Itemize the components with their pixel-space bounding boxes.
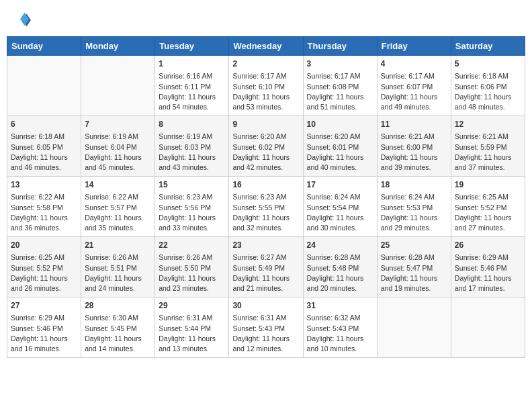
- day-info: Sunrise: 6:18 AM Sunset: 6:06 PM Dayligh…: [455, 71, 521, 112]
- calendar-cell: 28Sunrise: 6:30 AM Sunset: 5:45 PM Dayli…: [81, 298, 155, 358]
- day-info: Sunrise: 6:17 AM Sunset: 6:07 PM Dayligh…: [381, 71, 447, 112]
- day-number: 17: [307, 179, 373, 191]
- day-info: Sunrise: 6:29 AM Sunset: 5:46 PM Dayligh…: [11, 313, 77, 354]
- day-info: Sunrise: 6:28 AM Sunset: 5:47 PM Dayligh…: [381, 253, 447, 293]
- calendar-cell: 20Sunrise: 6:25 AM Sunset: 5:52 PM Dayli…: [7, 237, 81, 298]
- day-info: Sunrise: 6:28 AM Sunset: 5:48 PM Dayligh…: [307, 253, 373, 293]
- logo: [9, 9, 34, 31]
- day-number: 26: [455, 240, 521, 251]
- day-number: 7: [85, 119, 151, 130]
- calendar-cell: 5Sunrise: 6:18 AM Sunset: 6:06 PM Daylig…: [451, 56, 525, 116]
- week-row-4: 20Sunrise: 6:25 AM Sunset: 5:52 PM Dayli…: [7, 237, 525, 298]
- calendar-cell: [377, 298, 451, 358]
- day-number: 6: [11, 119, 77, 130]
- day-number: 27: [11, 300, 77, 312]
- day-info: Sunrise: 6:25 AM Sunset: 5:52 PM Dayligh…: [11, 253, 77, 293]
- calendar-cell: 21Sunrise: 6:26 AM Sunset: 5:51 PM Dayli…: [81, 237, 155, 298]
- day-info: Sunrise: 6:29 AM Sunset: 5:46 PM Dayligh…: [455, 253, 521, 293]
- day-number: 20: [11, 240, 77, 251]
- day-number: 28: [85, 300, 151, 312]
- day-info: Sunrise: 6:30 AM Sunset: 5:45 PM Dayligh…: [85, 313, 151, 354]
- day-number: 13: [11, 179, 77, 191]
- calendar-cell: 31Sunrise: 6:32 AM Sunset: 5:43 PM Dayli…: [303, 298, 377, 358]
- calendar-cell: 13Sunrise: 6:22 AM Sunset: 5:58 PM Dayli…: [7, 177, 81, 237]
- calendar-cell: 27Sunrise: 6:29 AM Sunset: 5:46 PM Dayli…: [7, 298, 81, 358]
- week-row-5: 27Sunrise: 6:29 AM Sunset: 5:46 PM Dayli…: [7, 298, 525, 358]
- day-info: Sunrise: 6:16 AM Sunset: 6:11 PM Dayligh…: [159, 71, 225, 112]
- day-number: 16: [232, 179, 299, 191]
- day-header-tuesday: Tuesday: [155, 37, 229, 56]
- calendar-cell: 12Sunrise: 6:21 AM Sunset: 5:59 PM Dayli…: [451, 116, 525, 177]
- week-row-2: 6Sunrise: 6:18 AM Sunset: 6:05 PM Daylig…: [7, 116, 525, 177]
- calendar-cell: 25Sunrise: 6:28 AM Sunset: 5:47 PM Dayli…: [377, 237, 451, 298]
- calendar-cell: 23Sunrise: 6:27 AM Sunset: 5:49 PM Dayli…: [229, 237, 303, 298]
- day-info: Sunrise: 6:21 AM Sunset: 5:59 PM Dayligh…: [455, 132, 521, 173]
- day-number: 12: [455, 119, 521, 130]
- day-number: 3: [307, 58, 373, 70]
- day-header-friday: Friday: [377, 37, 451, 56]
- day-number: 31: [307, 300, 373, 312]
- day-info: Sunrise: 6:22 AM Sunset: 5:57 PM Dayligh…: [85, 192, 151, 233]
- day-info: Sunrise: 6:27 AM Sunset: 5:49 PM Dayligh…: [232, 253, 299, 293]
- calendar-cell: 9Sunrise: 6:20 AM Sunset: 6:02 PM Daylig…: [229, 116, 303, 177]
- calendar-cell: 16Sunrise: 6:23 AM Sunset: 5:55 PM Dayli…: [229, 177, 303, 237]
- calendar-cell: 11Sunrise: 6:21 AM Sunset: 6:00 PM Dayli…: [377, 116, 451, 177]
- day-info: Sunrise: 6:31 AM Sunset: 5:43 PM Dayligh…: [232, 313, 299, 354]
- calendar-cell: 14Sunrise: 6:22 AM Sunset: 5:57 PM Dayli…: [81, 177, 155, 237]
- calendar-cell: 3Sunrise: 6:17 AM Sunset: 6:08 PM Daylig…: [303, 56, 377, 116]
- day-info: Sunrise: 6:26 AM Sunset: 5:51 PM Dayligh…: [85, 253, 151, 293]
- day-number: 19: [455, 179, 521, 191]
- calendar-cell: 29Sunrise: 6:31 AM Sunset: 5:44 PM Dayli…: [155, 298, 229, 358]
- day-header-saturday: Saturday: [451, 37, 525, 56]
- calendar-cell: [81, 56, 155, 116]
- day-info: Sunrise: 6:23 AM Sunset: 5:55 PM Dayligh…: [232, 192, 299, 233]
- week-row-1: 1Sunrise: 6:16 AM Sunset: 6:11 PM Daylig…: [7, 56, 525, 116]
- day-number: 14: [85, 179, 151, 191]
- day-number: 30: [232, 300, 299, 312]
- day-info: Sunrise: 6:17 AM Sunset: 6:08 PM Dayligh…: [307, 71, 373, 112]
- day-info: Sunrise: 6:23 AM Sunset: 5:56 PM Dayligh…: [159, 192, 225, 233]
- day-number: 15: [159, 179, 225, 191]
- day-number: 5: [455, 58, 521, 70]
- day-info: Sunrise: 6:24 AM Sunset: 5:53 PM Dayligh…: [381, 192, 447, 233]
- day-info: Sunrise: 6:20 AM Sunset: 6:02 PM Dayligh…: [232, 132, 299, 173]
- calendar-cell: 30Sunrise: 6:31 AM Sunset: 5:43 PM Dayli…: [229, 298, 303, 358]
- day-number: 29: [159, 300, 225, 312]
- calendar-cell: 24Sunrise: 6:28 AM Sunset: 5:48 PM Dayli…: [303, 237, 377, 298]
- day-header-monday: Monday: [81, 37, 155, 56]
- week-row-3: 13Sunrise: 6:22 AM Sunset: 5:58 PM Dayli…: [7, 177, 525, 237]
- day-number: 8: [159, 119, 225, 130]
- day-info: Sunrise: 6:17 AM Sunset: 6:10 PM Dayligh…: [232, 71, 299, 112]
- calendar-table: SundayMondayTuesdayWednesdayThursdayFrid…: [7, 36, 525, 358]
- day-info: Sunrise: 6:25 AM Sunset: 5:52 PM Dayligh…: [455, 192, 521, 233]
- day-number: 21: [85, 240, 151, 251]
- day-number: 24: [307, 240, 373, 251]
- calendar-cell: [7, 56, 81, 116]
- day-number: 22: [159, 240, 225, 251]
- day-info: Sunrise: 6:31 AM Sunset: 5:44 PM Dayligh…: [159, 313, 225, 354]
- day-info: Sunrise: 6:18 AM Sunset: 6:05 PM Dayligh…: [11, 132, 77, 173]
- calendar-cell: 7Sunrise: 6:19 AM Sunset: 6:04 PM Daylig…: [81, 116, 155, 177]
- calendar-cell: 17Sunrise: 6:24 AM Sunset: 5:54 PM Dayli…: [303, 177, 377, 237]
- day-info: Sunrise: 6:32 AM Sunset: 5:43 PM Dayligh…: [307, 313, 373, 354]
- day-info: Sunrise: 6:20 AM Sunset: 6:01 PM Dayligh…: [307, 132, 373, 173]
- day-info: Sunrise: 6:24 AM Sunset: 5:54 PM Dayligh…: [307, 192, 373, 233]
- calendar-cell: 1Sunrise: 6:16 AM Sunset: 6:11 PM Daylig…: [155, 56, 229, 116]
- calendar-cell: 15Sunrise: 6:23 AM Sunset: 5:56 PM Dayli…: [155, 177, 229, 237]
- calendar-cell: 19Sunrise: 6:25 AM Sunset: 5:52 PM Dayli…: [451, 177, 525, 237]
- day-number: 2: [232, 58, 299, 70]
- day-number: 1: [159, 58, 225, 70]
- day-number: 25: [381, 240, 447, 251]
- day-info: Sunrise: 6:19 AM Sunset: 6:03 PM Dayligh…: [159, 132, 225, 173]
- day-number: 4: [381, 58, 447, 70]
- calendar-cell: 26Sunrise: 6:29 AM Sunset: 5:46 PM Dayli…: [451, 237, 525, 298]
- calendar-cell: 2Sunrise: 6:17 AM Sunset: 6:10 PM Daylig…: [229, 56, 303, 116]
- day-info: Sunrise: 6:19 AM Sunset: 6:04 PM Dayligh…: [85, 132, 151, 173]
- day-number: 9: [232, 119, 299, 130]
- day-info: Sunrise: 6:26 AM Sunset: 5:50 PM Dayligh…: [159, 253, 225, 293]
- day-header-thursday: Thursday: [303, 37, 377, 56]
- day-header-sunday: Sunday: [7, 37, 81, 56]
- logo-icon: [9, 9, 31, 31]
- calendar-cell: 4Sunrise: 6:17 AM Sunset: 6:07 PM Daylig…: [377, 56, 451, 116]
- calendar-cell: 8Sunrise: 6:19 AM Sunset: 6:03 PM Daylig…: [155, 116, 229, 177]
